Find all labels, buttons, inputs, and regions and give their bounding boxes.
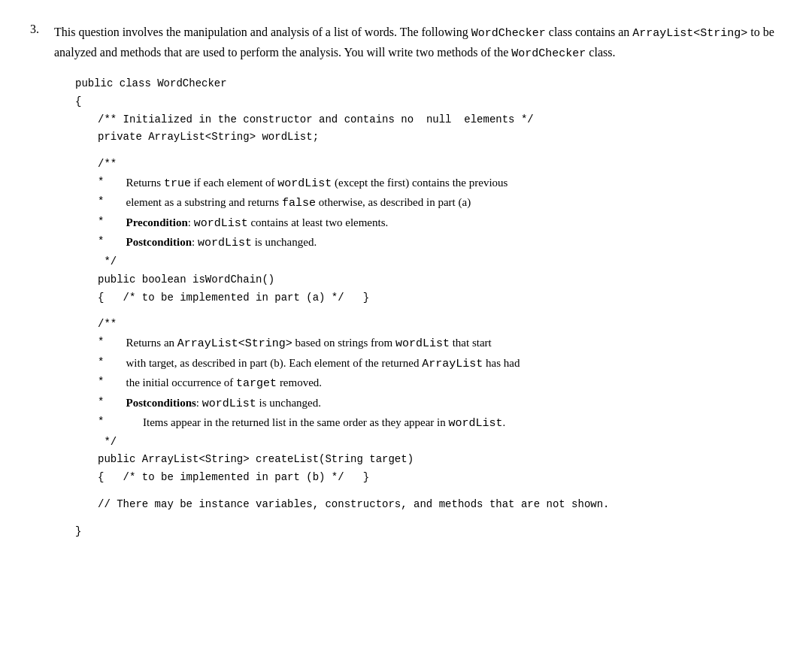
method1-comment-line-3: * Precondition: wordList contains at lea… [98, 213, 782, 234]
question-number: 3. [30, 23, 45, 63]
method2-comment-line-2: * with target, as described in part (b).… [98, 354, 782, 374]
method2-comment-close: */ [98, 434, 782, 452]
method2-comment-line-4: * Postconditions: wordList is unchanged. [98, 394, 782, 414]
method1-comment-close: */ [98, 253, 782, 271]
question-text: This question involves the manipulation … [54, 23, 782, 63]
method2-comment-open: /** [75, 316, 782, 334]
class-declaration: public class WordChecker [75, 75, 782, 93]
intro-text-1: This question involves the manipulation … [54, 26, 468, 38]
method1-comment-body: * Returns true if each element of wordLi… [75, 174, 782, 271]
method2-body: { /* to be implemented in part (b) */ } [75, 469, 782, 487]
method2-comment-line-3: * the initial occurrence of target remov… [98, 373, 782, 394]
question-header: 3. This question involves the manipulati… [30, 23, 782, 63]
method1-comment-line-4: * Postcondition: wordList is unchanged. [98, 233, 782, 253]
method1-body: { /* to be implemented in part (a) */ } [75, 289, 782, 307]
close-brace: } [75, 523, 782, 541]
field-declaration: private ArrayList<String> wordList; [75, 128, 782, 147]
method2-signature: public ArrayList<String> createList(Stri… [75, 451, 782, 469]
open-brace: { [75, 93, 782, 111]
method2-comment-body: * Returns an ArrayList<String> based on … [75, 334, 782, 451]
method1-signature: public boolean isWordChain() [75, 271, 782, 289]
intro-text-4: class. [589, 46, 615, 59]
method1-comment-line-2: * element as a substring and returns fal… [98, 193, 782, 213]
question-container: 3. This question involves the manipulati… [30, 23, 782, 541]
method1-comment-open: /** [75, 156, 782, 174]
method2-comment-line-1: * Returns an ArrayList<String> based on … [98, 334, 782, 354]
null-keyword: null [426, 113, 452, 125]
wordchecker-ref-2: WordChecker [511, 47, 586, 60]
wordchecker-ref-1: WordChecker [471, 27, 546, 40]
code-block: public class WordChecker { /** Initializ… [75, 75, 782, 541]
arraylist-string-ref: ArrayList<String> [632, 27, 747, 40]
field-comment: /** Initialized in the constructor and c… [75, 111, 782, 129]
method2-comment-line-5: * Items appear in the returned list in t… [98, 413, 782, 434]
method1-comment-line-1: * Returns true if each element of wordLi… [98, 174, 782, 194]
instance-comment: // There may be instance variables, cons… [75, 496, 782, 514]
